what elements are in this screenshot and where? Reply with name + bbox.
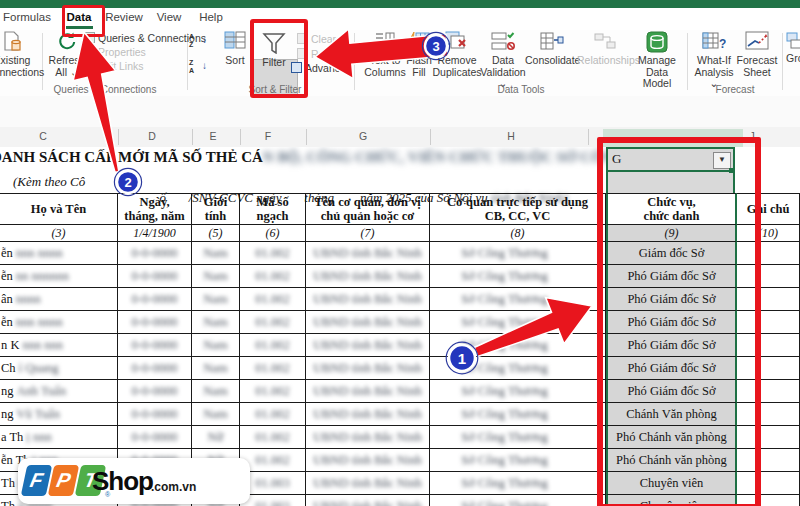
cell-name-row6[interactable]: Chí Quang bbox=[0, 357, 118, 380]
cell-org-row9[interactable]: UBND tỉnh Bắc Ninh bbox=[306, 426, 430, 449]
cell-code-row5[interactable]: 01.002 bbox=[240, 334, 306, 357]
sort-az-button[interactable]: AZ↓ bbox=[189, 33, 207, 55]
cell-code-row8[interactable]: 01.002 bbox=[240, 403, 306, 426]
cell-agency-row1[interactable]: Sở Công Thương bbox=[430, 242, 606, 265]
ribbon-tab-help[interactable]: Help bbox=[199, 11, 223, 23]
cell-code-row6[interactable]: 01.002 bbox=[240, 357, 306, 380]
cell-date-row2[interactable]: 0-0-0000 bbox=[118, 265, 192, 288]
cell-code-row12[interactable]: 01.003 bbox=[240, 495, 306, 506]
cell-org-row10[interactable]: UBND tỉnh Bắc Ninh bbox=[306, 449, 430, 472]
ribbon-tab-formulas[interactable]: Formulas bbox=[3, 11, 51, 23]
column-header-e[interactable]: E bbox=[209, 130, 216, 142]
cell-gender-row4[interactable]: Nam bbox=[192, 311, 240, 334]
table-subheader-code[interactable]: (6) bbox=[240, 225, 306, 242]
cell-gender-row2[interactable]: Nam bbox=[192, 265, 240, 288]
table-header-org[interactable]: Tên cơ quan, đơn vịchủ quản hoặc cơ bbox=[306, 193, 430, 225]
group-label-queries: Queries & Connections bbox=[40, 84, 170, 95]
cell-date-row1[interactable]: 0-0-0000 bbox=[118, 242, 192, 265]
table-subheader-date[interactable]: 1/4/1900 bbox=[118, 225, 192, 242]
existing-connections-button[interactable]: Existing Connections bbox=[0, 31, 38, 93]
cell-org-row11[interactable]: UBND tỉnh Bắc Ninh bbox=[306, 472, 430, 495]
column-header-g[interactable]: G bbox=[359, 130, 367, 142]
document-subtitle: (Kèm theo Cô bbox=[13, 174, 85, 190]
cell-org-row8[interactable]: UBND tỉnh Bắc Ninh bbox=[306, 403, 430, 426]
ribbon-tab-view[interactable]: View bbox=[157, 11, 182, 23]
blurred-date: 0-0-0000 bbox=[132, 384, 178, 398]
group-button[interactable]: Gro bbox=[786, 31, 800, 93]
cell-agency-row4[interactable]: Sở Công Thương bbox=[430, 311, 606, 334]
table-subheader-agency[interactable]: (8) bbox=[430, 225, 606, 242]
blurred-agency: Sở Công Thương bbox=[461, 407, 547, 421]
cell-date-row5[interactable]: 0-0-0000 bbox=[118, 334, 192, 357]
cell-code-row9[interactable]: 01.002 bbox=[240, 426, 306, 449]
cell-name-row8[interactable]: ngVũ Tuấn bbox=[0, 403, 118, 426]
cell-agency-row10[interactable]: Sở Công Thương bbox=[430, 449, 606, 472]
table-subheader-gender[interactable]: (5) bbox=[192, 225, 240, 242]
blurred-name: Anh Tuấn bbox=[17, 384, 67, 398]
table-header-code[interactable]: Mã sốngạch bbox=[240, 193, 306, 225]
column-header-c[interactable]: C bbox=[39, 130, 47, 142]
column-header-f[interactable]: F bbox=[265, 130, 271, 142]
cell-gender-row9[interactable]: Nữ bbox=[192, 426, 240, 449]
cell-org-row1[interactable]: UBND tỉnh Bắc Ninh bbox=[306, 242, 430, 265]
cell-name-row3[interactable]: ânnnnn bbox=[0, 288, 118, 311]
cell-code-row1[interactable]: 01.002 bbox=[240, 242, 306, 265]
cell-agency-row11[interactable]: Sở Công Thương bbox=[430, 472, 606, 495]
cell-gender-row5[interactable]: Nam bbox=[192, 334, 240, 357]
cell-name-row4[interactable]: ễnnnn nnnn bbox=[0, 311, 118, 334]
cell-date-row6[interactable]: 0-0-0000 bbox=[118, 357, 192, 380]
cell-agency-row12[interactable]: Sở Công Thương bbox=[430, 495, 606, 506]
blurred-date: 0-0-0000 bbox=[132, 361, 178, 375]
blurred-code: 01.002 bbox=[255, 361, 289, 375]
cell-date-row9[interactable]: 0-0-0000 bbox=[118, 426, 192, 449]
cell-org-row12[interactable]: UBND tỉnh Bắc Ninh bbox=[306, 495, 430, 506]
cell-name-row2[interactable]: ễnnn nnnnnn bbox=[0, 265, 118, 288]
table-header-agency[interactable]: Cơ quan trực tiếp sử dụngCB, CC, VC bbox=[430, 193, 606, 225]
table-header-name[interactable]: Họ và Tên bbox=[0, 193, 118, 225]
cell-agency-row6[interactable]: Sở Công Thương bbox=[430, 357, 606, 380]
cell-agency-row3[interactable]: Sở Công Thương bbox=[430, 288, 606, 311]
table-header-gender[interactable]: Giớitính bbox=[192, 193, 240, 225]
cell-code-row3[interactable]: 01.002 bbox=[240, 288, 306, 311]
cell-agency-row2[interactable]: Sở Công Thương bbox=[430, 265, 606, 288]
table-header-date[interactable]: Ngày,tháng, năm bbox=[118, 193, 192, 225]
blurred-code: 01.002 bbox=[255, 292, 289, 306]
cell-org-row3[interactable]: UBND tỉnh Bắc Ninh bbox=[306, 288, 430, 311]
ribbon-tab-review[interactable]: Review bbox=[105, 11, 143, 23]
cell-date-row7[interactable]: 0-0-0000 bbox=[118, 380, 192, 403]
cell-agency-row7[interactable]: Sở Công Thương bbox=[430, 380, 606, 403]
cell-org-row6[interactable]: UBND tỉnh Bắc Ninh bbox=[306, 357, 430, 380]
cell-code-row4[interactable]: 01.002 bbox=[240, 311, 306, 334]
cell-name-row1[interactable]: ễnnnn nnnn bbox=[0, 242, 118, 265]
cell-date-row3[interactable]: 0-0-0000 bbox=[118, 288, 192, 311]
sort-za-button[interactable]: ZA↓ bbox=[189, 59, 207, 81]
column-header-d[interactable]: D bbox=[148, 130, 156, 142]
column-header-h[interactable]: H bbox=[507, 130, 515, 142]
cell-agency-row9[interactable]: Sở Công Thương bbox=[430, 426, 606, 449]
cell-code-row2[interactable]: 01.002 bbox=[240, 265, 306, 288]
cell-gender-row6[interactable]: Nam bbox=[192, 357, 240, 380]
properties-icon bbox=[84, 46, 95, 57]
cell-name-row7[interactable]: ngAnh Tuấn bbox=[0, 380, 118, 403]
cell-code-row7[interactable]: 01.002 bbox=[240, 380, 306, 403]
table-subheader-name[interactable]: (3) bbox=[0, 225, 118, 242]
cell-name-row5[interactable]: n Knnn nnn bbox=[0, 334, 118, 357]
cell-date-row4[interactable]: 0-0-0000 bbox=[118, 311, 192, 334]
cell-date-row8[interactable]: 0-0-0000 bbox=[118, 403, 192, 426]
cell-org-row7[interactable]: UBND tỉnh Bắc Ninh bbox=[306, 380, 430, 403]
formula-bar-strip[interactable] bbox=[0, 96, 800, 128]
blurred-agency: Sở Công Thương bbox=[461, 292, 547, 306]
cell-gender-row1[interactable]: Nam bbox=[192, 242, 240, 265]
cell-org-row2[interactable]: UBND tỉnh Bắc Ninh bbox=[306, 265, 430, 288]
cell-name-row9[interactable]: a Thị nnn bbox=[0, 426, 118, 449]
table-subheader-org[interactable]: (7) bbox=[306, 225, 430, 242]
cell-gender-row3[interactable]: Nam bbox=[192, 288, 240, 311]
document-title: DANH SÁCH CẤP MỚI MÃ SỐ THẺ CÁN BỘ, CÔNG… bbox=[0, 149, 697, 166]
cell-org-row5[interactable]: UBND tỉnh Bắc Ninh bbox=[306, 334, 430, 357]
blurred-date: 0-0-0000 bbox=[132, 430, 178, 444]
cell-org-row4[interactable]: UBND tỉnh Bắc Ninh bbox=[306, 311, 430, 334]
cell-agency-row8[interactable]: Sở Công Thương bbox=[430, 403, 606, 426]
cell-gender-row8[interactable]: Nam bbox=[192, 403, 240, 426]
cell-agency-row5[interactable]: Sở Công Thương bbox=[430, 334, 606, 357]
cell-gender-row7[interactable]: Nam bbox=[192, 380, 240, 403]
